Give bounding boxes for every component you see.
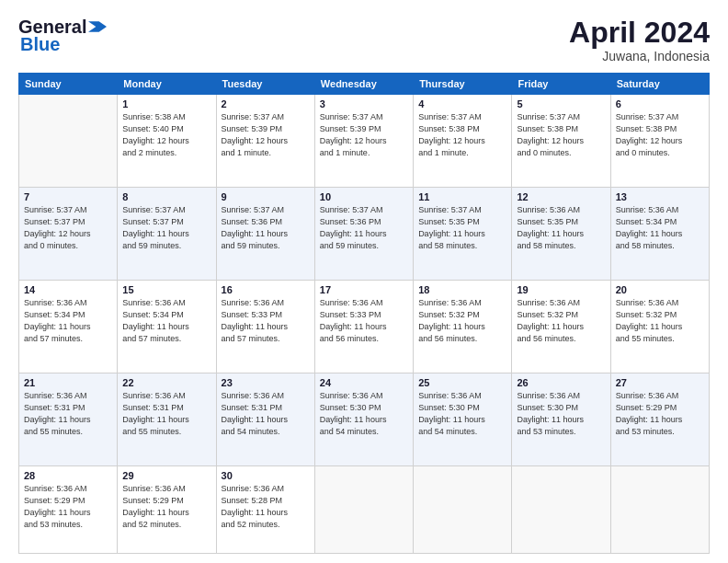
day-number: 6 [616,98,704,109]
calendar-week-row: 28Sunrise: 5:36 AMSunset: 5:29 PMDayligh… [19,466,710,554]
month-title: April 2024 [569,17,710,49]
day-number: 17 [320,284,408,295]
day-info: Sunrise: 5:36 AMSunset: 5:29 PMDaylight:… [616,390,704,438]
weekday-header-saturday: Saturday [610,74,709,95]
day-info: Sunrise: 5:37 AMSunset: 5:36 PMDaylight:… [320,204,408,252]
day-number: 19 [517,284,605,295]
day-number: 23 [222,377,310,388]
day-number: 12 [517,191,605,202]
day-number: 2 [222,98,310,109]
day-info: Sunrise: 5:37 AMSunset: 5:39 PMDaylight:… [222,111,310,159]
day-number: 11 [418,191,506,202]
logo: General Blue [18,17,107,55]
day-number: 8 [122,191,210,202]
weekday-header-tuesday: Tuesday [216,74,314,95]
calendar-cell: 10Sunrise: 5:37 AMSunset: 5:36 PMDayligh… [314,188,413,281]
day-number: 18 [418,284,506,295]
day-info: Sunrise: 5:37 AMSunset: 5:36 PMDaylight:… [222,204,310,252]
calendar-cell: 3Sunrise: 5:37 AMSunset: 5:39 PMDaylight… [314,95,413,188]
day-info: Sunrise: 5:36 AMSunset: 5:35 PMDaylight:… [517,204,605,252]
calendar-cell [314,466,413,554]
day-number: 9 [222,191,310,202]
calendar-cell: 9Sunrise: 5:37 AMSunset: 5:36 PMDaylight… [216,188,314,281]
day-info: Sunrise: 5:36 AMSunset: 5:30 PMDaylight:… [320,390,408,438]
calendar-week-row: 7Sunrise: 5:37 AMSunset: 5:37 PMDaylight… [19,188,710,281]
calendar-table: SundayMondayTuesdayWednesdayThursdayFrid… [18,73,710,554]
day-info: Sunrise: 5:36 AMSunset: 5:29 PMDaylight:… [122,483,210,531]
calendar-cell: 22Sunrise: 5:36 AMSunset: 5:31 PMDayligh… [118,373,216,466]
calendar-cell: 17Sunrise: 5:36 AMSunset: 5:33 PMDayligh… [314,281,413,373]
day-number: 16 [222,284,310,295]
calendar-cell: 29Sunrise: 5:36 AMSunset: 5:29 PMDayligh… [118,466,216,554]
calendar-cell: 24Sunrise: 5:36 AMSunset: 5:30 PMDayligh… [314,373,413,466]
day-info: Sunrise: 5:36 AMSunset: 5:34 PMDaylight:… [122,297,210,345]
calendar-page: General Blue April 2024 Juwana, Indonesi… [0,0,728,563]
day-info: Sunrise: 5:37 AMSunset: 5:38 PMDaylight:… [616,111,704,159]
day-number: 27 [616,377,704,388]
day-info: Sunrise: 5:37 AMSunset: 5:38 PMDaylight:… [418,111,506,159]
calendar-cell: 5Sunrise: 5:37 AMSunset: 5:38 PMDaylight… [512,95,610,188]
calendar-cell: 16Sunrise: 5:36 AMSunset: 5:33 PMDayligh… [216,281,314,373]
location-subtitle: Juwana, Indonesia [569,49,710,63]
calendar-cell: 1Sunrise: 5:38 AMSunset: 5:40 PMDaylight… [118,95,216,188]
weekday-header-wednesday: Wednesday [314,74,413,95]
calendar-cell: 26Sunrise: 5:36 AMSunset: 5:30 PMDayligh… [512,373,610,466]
day-info: Sunrise: 5:37 AMSunset: 5:37 PMDaylight:… [24,204,112,252]
logo-blue: Blue [20,34,60,55]
calendar-cell [414,466,512,554]
calendar-cell [19,95,118,188]
calendar-cell: 6Sunrise: 5:37 AMSunset: 5:38 PMDaylight… [610,95,709,188]
day-number: 30 [222,470,310,481]
day-number: 13 [616,191,704,202]
svg-marker-0 [88,21,107,32]
day-number: 3 [320,98,408,109]
weekday-header-sunday: Sunday [19,74,118,95]
day-info: Sunrise: 5:37 AMSunset: 5:38 PMDaylight:… [517,111,605,159]
day-info: Sunrise: 5:36 AMSunset: 5:32 PMDaylight:… [517,297,605,345]
calendar-week-row: 1Sunrise: 5:38 AMSunset: 5:40 PMDaylight… [19,95,710,188]
day-number: 29 [122,470,210,481]
day-number: 7 [24,191,112,202]
day-info: Sunrise: 5:36 AMSunset: 5:31 PMDaylight:… [122,390,210,438]
calendar-cell: 23Sunrise: 5:36 AMSunset: 5:31 PMDayligh… [216,373,314,466]
calendar-week-row: 21Sunrise: 5:36 AMSunset: 5:31 PMDayligh… [19,373,710,466]
day-info: Sunrise: 5:36 AMSunset: 5:30 PMDaylight:… [418,390,506,438]
calendar-cell: 27Sunrise: 5:36 AMSunset: 5:29 PMDayligh… [610,373,709,466]
calendar-cell: 4Sunrise: 5:37 AMSunset: 5:38 PMDaylight… [414,95,512,188]
day-info: Sunrise: 5:36 AMSunset: 5:34 PMDaylight:… [616,204,704,252]
calendar-cell [610,466,709,554]
calendar-cell: 20Sunrise: 5:36 AMSunset: 5:32 PMDayligh… [610,281,709,373]
day-number: 14 [24,284,112,295]
day-info: Sunrise: 5:36 AMSunset: 5:32 PMDaylight:… [616,297,704,345]
calendar-cell [512,466,610,554]
day-number: 25 [418,377,506,388]
day-number: 22 [122,377,210,388]
calendar-cell: 11Sunrise: 5:37 AMSunset: 5:35 PMDayligh… [414,188,512,281]
day-number: 1 [122,98,210,109]
calendar-cell: 19Sunrise: 5:36 AMSunset: 5:32 PMDayligh… [512,281,610,373]
weekday-header-thursday: Thursday [414,74,512,95]
day-info: Sunrise: 5:36 AMSunset: 5:31 PMDaylight:… [222,390,310,438]
header: General Blue April 2024 Juwana, Indonesi… [18,17,710,63]
calendar-week-row: 14Sunrise: 5:36 AMSunset: 5:34 PMDayligh… [19,281,710,373]
calendar-cell: 18Sunrise: 5:36 AMSunset: 5:32 PMDayligh… [414,281,512,373]
calendar-cell: 25Sunrise: 5:36 AMSunset: 5:30 PMDayligh… [414,373,512,466]
day-info: Sunrise: 5:36 AMSunset: 5:29 PMDaylight:… [24,483,112,531]
day-info: Sunrise: 5:38 AMSunset: 5:40 PMDaylight:… [122,111,210,159]
day-info: Sunrise: 5:36 AMSunset: 5:33 PMDaylight:… [222,297,310,345]
calendar-cell: 14Sunrise: 5:36 AMSunset: 5:34 PMDayligh… [19,281,118,373]
weekday-header-friday: Friday [512,74,610,95]
calendar-cell: 7Sunrise: 5:37 AMSunset: 5:37 PMDaylight… [19,188,118,281]
day-info: Sunrise: 5:36 AMSunset: 5:31 PMDaylight:… [24,390,112,438]
day-info: Sunrise: 5:36 AMSunset: 5:30 PMDaylight:… [517,390,605,438]
day-number: 5 [517,98,605,109]
day-info: Sunrise: 5:37 AMSunset: 5:35 PMDaylight:… [418,204,506,252]
day-number: 4 [418,98,506,109]
day-info: Sunrise: 5:36 AMSunset: 5:28 PMDaylight:… [222,483,310,531]
calendar-cell: 8Sunrise: 5:37 AMSunset: 5:37 PMDaylight… [118,188,216,281]
day-info: Sunrise: 5:37 AMSunset: 5:37 PMDaylight:… [122,204,210,252]
day-number: 15 [122,284,210,295]
day-number: 24 [320,377,408,388]
day-number: 20 [616,284,704,295]
calendar-cell: 13Sunrise: 5:36 AMSunset: 5:34 PMDayligh… [610,188,709,281]
